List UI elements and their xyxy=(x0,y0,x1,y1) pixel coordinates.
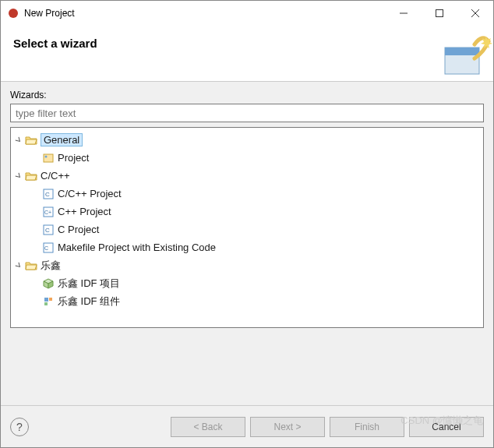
banner-title: Select a wizard xyxy=(13,37,97,50)
wizard-tree[interactable]: General Project C/C++ C C/C++ Project C+… xyxy=(10,127,484,328)
c-file-icon: C xyxy=(42,188,55,200)
close-button[interactable] xyxy=(457,1,493,26)
svg-rect-8 xyxy=(44,154,53,162)
svg-rect-22 xyxy=(49,298,52,301)
svg-text:C: C xyxy=(44,245,48,251)
svg-rect-23 xyxy=(44,302,48,305)
tree-node-c-project[interactable]: C C Project xyxy=(12,220,482,238)
tree-node-makefile[interactable]: C Makefile Project with Existing Code xyxy=(12,238,482,256)
tree-label: 乐鑫 IDF 组件 xyxy=(58,295,120,309)
c-file-icon: C xyxy=(42,242,55,254)
next-button[interactable]: Next > xyxy=(250,417,325,437)
tree-node-lexin[interactable]: 乐鑫 xyxy=(12,256,482,274)
svg-text:C: C xyxy=(45,227,50,234)
tree-node-lexin-idf-project[interactable]: 乐鑫 IDF 项目 xyxy=(12,274,482,292)
tree-label: C/C++ xyxy=(41,170,70,182)
app-icon xyxy=(7,7,19,19)
component-icon xyxy=(42,295,55,308)
svg-point-9 xyxy=(45,155,48,157)
minimize-button[interactable] xyxy=(386,1,422,26)
wizard-icon xyxy=(431,26,493,82)
help-button[interactable]: ? xyxy=(10,418,29,436)
svg-rect-2 xyxy=(436,10,443,17)
tree-node-ccpp-project[interactable]: C C/C++ Project xyxy=(12,185,482,203)
finish-button[interactable]: Finish xyxy=(330,417,404,437)
folder-open-icon xyxy=(25,170,37,182)
tree-label: C++ Project xyxy=(58,206,111,217)
tree-label: C Project xyxy=(58,224,99,235)
cancel-button[interactable]: Cancel xyxy=(409,417,484,437)
svg-text:C+: C+ xyxy=(44,210,51,215)
folder-open-icon xyxy=(25,259,37,272)
window-title: New Project xyxy=(24,8,386,19)
svg-point-0 xyxy=(9,9,18,18)
filter-input[interactable] xyxy=(10,104,484,122)
footer: ? < Back Next > Finish Cancel xyxy=(1,405,493,447)
svg-rect-6 xyxy=(445,48,479,55)
tree-label: Project xyxy=(58,152,89,164)
svg-rect-21 xyxy=(44,298,48,302)
folder-open-icon xyxy=(25,134,37,146)
tree-label: General xyxy=(41,133,83,146)
tree-node-lexin-idf-component[interactable]: 乐鑫 IDF 组件 xyxy=(12,292,482,310)
maximize-button[interactable] xyxy=(422,1,457,26)
tree-label: C/C++ Project xyxy=(58,188,122,199)
expand-icon[interactable] xyxy=(12,172,25,180)
tree-node-cpp-project[interactable]: C+ C++ Project xyxy=(12,203,482,220)
tree-label: 乐鑫 xyxy=(41,259,61,273)
tree-node-general[interactable]: General xyxy=(12,131,482,149)
tree-label: Makefile Project with Existing Code xyxy=(58,242,216,253)
titlebar: New Project xyxy=(1,1,493,26)
svg-text:C: C xyxy=(45,191,50,198)
project-icon xyxy=(42,152,55,164)
c-file-icon: C+ xyxy=(42,206,55,218)
tree-node-project[interactable]: Project xyxy=(12,149,482,167)
expand-icon[interactable] xyxy=(12,262,25,270)
tree-node-ccpp[interactable]: C/C++ xyxy=(12,167,482,185)
tree-label: 乐鑫 IDF 项目 xyxy=(58,277,120,291)
wizards-label: Wizards: xyxy=(10,90,484,101)
c-file-icon: C xyxy=(42,224,55,236)
cube-icon xyxy=(42,277,55,290)
back-button[interactable]: < Back xyxy=(171,417,245,437)
content-area: Wizards: General Project C/C++ C C/C++ P… xyxy=(1,82,493,405)
banner: Select a wizard xyxy=(1,26,493,82)
expand-icon[interactable] xyxy=(12,136,25,144)
